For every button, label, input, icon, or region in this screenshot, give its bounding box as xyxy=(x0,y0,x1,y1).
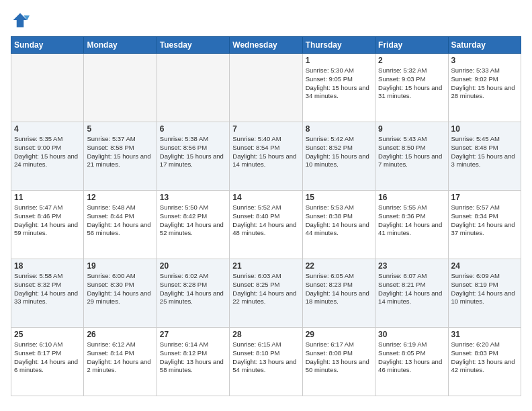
calendar-cell: 23Sunrise: 6:07 AMSunset: 8:21 PMDayligh… xyxy=(375,259,448,328)
calendar-cell: 22Sunrise: 6:05 AMSunset: 8:23 PMDayligh… xyxy=(302,259,375,328)
weekday-header-wednesday: Wednesday xyxy=(230,37,302,54)
calendar-cell xyxy=(11,54,84,122)
calendar-cell: 26Sunrise: 6:12 AMSunset: 8:14 PMDayligh… xyxy=(84,328,157,396)
day-info: Sunrise: 5:35 AMSunset: 9:00 PMDaylight:… xyxy=(14,135,81,169)
day-info: Sunrise: 5:45 AMSunset: 8:48 PMDaylight:… xyxy=(451,135,518,169)
calendar-cell: 8Sunrise: 5:42 AMSunset: 8:52 PMDaylight… xyxy=(302,122,375,191)
day-number: 14 xyxy=(232,193,299,202)
day-number: 19 xyxy=(87,261,153,271)
calendar-cell: 9Sunrise: 5:43 AMSunset: 8:50 PMDaylight… xyxy=(375,122,448,191)
day-info: Sunrise: 5:38 AMSunset: 8:56 PMDaylight:… xyxy=(160,135,226,169)
week-row-5: 25Sunrise: 6:10 AMSunset: 8:17 PMDayligh… xyxy=(11,328,521,396)
calendar-cell xyxy=(230,54,302,122)
day-info: Sunrise: 5:50 AMSunset: 8:42 PMDaylight:… xyxy=(160,203,226,238)
day-number: 17 xyxy=(451,193,518,202)
calendar-cell: 6Sunrise: 5:38 AMSunset: 8:56 PMDaylight… xyxy=(157,122,229,191)
calendar-table: SundayMondayTuesdayWednesdayThursdayFrid… xyxy=(11,36,521,396)
day-info: Sunrise: 6:12 AMSunset: 8:14 PMDaylight:… xyxy=(87,340,153,375)
day-info: Sunrise: 6:05 AMSunset: 8:23 PMDaylight:… xyxy=(306,272,372,306)
day-number: 24 xyxy=(451,261,518,271)
svg-marker-0 xyxy=(13,13,28,28)
day-number: 1 xyxy=(306,56,372,65)
weekday-header-sunday: Sunday xyxy=(11,37,84,54)
week-row-4: 18Sunrise: 5:58 AMSunset: 8:32 PMDayligh… xyxy=(11,259,521,328)
weekday-header-row: SundayMondayTuesdayWednesdayThursdayFrid… xyxy=(11,37,521,54)
day-number: 11 xyxy=(14,193,81,202)
calendar-cell: 11Sunrise: 5:47 AMSunset: 8:46 PMDayligh… xyxy=(11,191,84,259)
day-info: Sunrise: 6:17 AMSunset: 8:08 PMDaylight:… xyxy=(306,340,372,375)
day-info: Sunrise: 5:33 AMSunset: 9:02 PMDaylight:… xyxy=(451,66,518,101)
calendar-cell: 27Sunrise: 6:14 AMSunset: 8:12 PMDayligh… xyxy=(157,328,229,396)
weekday-header-friday: Friday xyxy=(375,37,448,54)
day-number: 18 xyxy=(14,261,81,271)
day-info: Sunrise: 5:52 AMSunset: 8:40 PMDaylight:… xyxy=(232,203,299,238)
day-info: Sunrise: 5:32 AMSunset: 9:03 PMDaylight:… xyxy=(378,66,445,101)
day-info: Sunrise: 5:53 AMSunset: 8:38 PMDaylight:… xyxy=(306,203,372,238)
week-row-1: 1Sunrise: 5:30 AMSunset: 9:05 PMDaylight… xyxy=(11,54,521,122)
day-number: 30 xyxy=(378,330,445,339)
day-number: 21 xyxy=(232,261,299,271)
calendar-cell: 28Sunrise: 6:15 AMSunset: 8:10 PMDayligh… xyxy=(230,328,302,396)
weekday-header-saturday: Saturday xyxy=(448,37,521,54)
day-number: 29 xyxy=(306,330,372,339)
calendar-cell: 17Sunrise: 5:57 AMSunset: 8:34 PMDayligh… xyxy=(448,191,521,259)
day-number: 10 xyxy=(451,124,518,134)
day-number: 13 xyxy=(160,193,226,202)
day-info: Sunrise: 5:40 AMSunset: 8:54 PMDaylight:… xyxy=(232,135,299,169)
calendar-cell: 10Sunrise: 5:45 AMSunset: 8:48 PMDayligh… xyxy=(448,122,521,191)
day-number: 5 xyxy=(87,124,153,134)
day-number: 3 xyxy=(451,56,518,65)
day-number: 15 xyxy=(306,193,372,202)
day-number: 7 xyxy=(232,124,299,134)
calendar-cell: 31Sunrise: 6:20 AMSunset: 8:03 PMDayligh… xyxy=(448,328,521,396)
day-info: Sunrise: 6:20 AMSunset: 8:03 PMDaylight:… xyxy=(451,340,518,375)
day-info: Sunrise: 6:14 AMSunset: 8:12 PMDaylight:… xyxy=(160,340,226,375)
day-info: Sunrise: 6:10 AMSunset: 8:17 PMDaylight:… xyxy=(14,340,81,375)
calendar-cell: 18Sunrise: 5:58 AMSunset: 8:32 PMDayligh… xyxy=(11,259,84,328)
calendar-cell: 16Sunrise: 5:55 AMSunset: 8:36 PMDayligh… xyxy=(375,191,448,259)
week-row-3: 11Sunrise: 5:47 AMSunset: 8:46 PMDayligh… xyxy=(11,191,521,259)
day-number: 22 xyxy=(306,261,372,271)
calendar-cell: 4Sunrise: 5:35 AMSunset: 9:00 PMDaylight… xyxy=(11,122,84,191)
day-number: 6 xyxy=(160,124,226,134)
calendar-cell: 24Sunrise: 6:09 AMSunset: 8:19 PMDayligh… xyxy=(448,259,521,328)
day-info: Sunrise: 5:55 AMSunset: 8:36 PMDaylight:… xyxy=(378,203,445,238)
day-number: 16 xyxy=(378,193,445,202)
weekday-header-monday: Monday xyxy=(84,37,157,54)
page: SundayMondayTuesdayWednesdayThursdayFrid… xyxy=(0,0,532,411)
calendar-cell xyxy=(84,54,157,122)
calendar-cell: 12Sunrise: 5:48 AMSunset: 8:44 PMDayligh… xyxy=(84,191,157,259)
day-info: Sunrise: 6:03 AMSunset: 8:25 PMDaylight:… xyxy=(232,272,299,306)
day-number: 2 xyxy=(378,56,445,65)
calendar-cell: 20Sunrise: 6:02 AMSunset: 8:28 PMDayligh… xyxy=(157,259,229,328)
day-info: Sunrise: 6:07 AMSunset: 8:21 PMDaylight:… xyxy=(378,272,445,306)
calendar-cell: 30Sunrise: 6:19 AMSunset: 8:05 PMDayligh… xyxy=(375,328,448,396)
calendar-cell: 3Sunrise: 5:33 AMSunset: 9:02 PMDaylight… xyxy=(448,54,521,122)
day-info: Sunrise: 5:30 AMSunset: 9:05 PMDaylight:… xyxy=(306,66,372,101)
day-info: Sunrise: 5:48 AMSunset: 8:44 PMDaylight:… xyxy=(87,203,153,238)
day-info: Sunrise: 6:00 AMSunset: 8:30 PMDaylight:… xyxy=(87,272,153,306)
logo xyxy=(11,11,32,30)
day-number: 26 xyxy=(87,330,153,339)
day-number: 28 xyxy=(232,330,299,339)
day-number: 8 xyxy=(306,124,372,134)
calendar-cell: 5Sunrise: 5:37 AMSunset: 8:58 PMDaylight… xyxy=(84,122,157,191)
day-info: Sunrise: 6:02 AMSunset: 8:28 PMDaylight:… xyxy=(160,272,226,306)
day-number: 27 xyxy=(160,330,226,339)
day-number: 23 xyxy=(378,261,445,271)
day-number: 20 xyxy=(160,261,226,271)
calendar-cell: 7Sunrise: 5:40 AMSunset: 8:54 PMDaylight… xyxy=(230,122,302,191)
calendar-cell xyxy=(157,54,229,122)
day-number: 31 xyxy=(451,330,518,339)
calendar-cell: 1Sunrise: 5:30 AMSunset: 9:05 PMDaylight… xyxy=(302,54,375,122)
week-row-2: 4Sunrise: 5:35 AMSunset: 9:00 PMDaylight… xyxy=(11,122,521,191)
day-info: Sunrise: 5:47 AMSunset: 8:46 PMDaylight:… xyxy=(14,203,81,238)
weekday-header-thursday: Thursday xyxy=(302,37,375,54)
calendar-cell: 29Sunrise: 6:17 AMSunset: 8:08 PMDayligh… xyxy=(302,328,375,396)
calendar-cell: 15Sunrise: 5:53 AMSunset: 8:38 PMDayligh… xyxy=(302,191,375,259)
calendar-cell: 21Sunrise: 6:03 AMSunset: 8:25 PMDayligh… xyxy=(230,259,302,328)
day-info: Sunrise: 6:15 AMSunset: 8:10 PMDaylight:… xyxy=(232,340,299,375)
day-number: 9 xyxy=(378,124,445,134)
day-info: Sunrise: 5:43 AMSunset: 8:50 PMDaylight:… xyxy=(378,135,445,169)
day-number: 25 xyxy=(14,330,81,339)
